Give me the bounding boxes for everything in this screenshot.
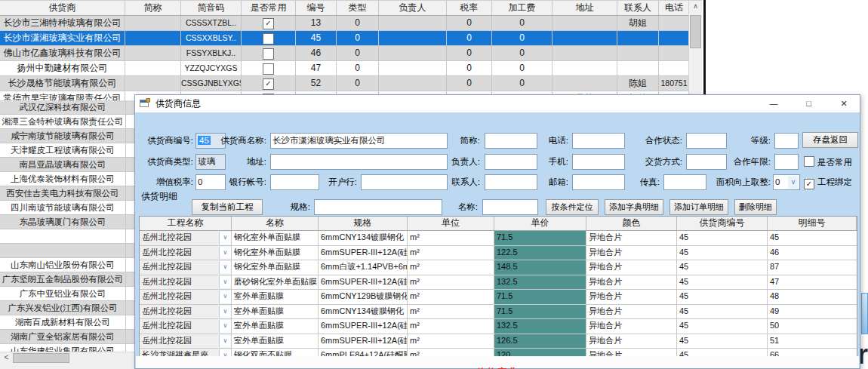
column-header-addr[interactable]: 地址 [553, 1, 617, 15]
detail-color-cell[interactable]: 异地合片 [586, 319, 677, 334]
detail-name-cell[interactable]: 室外单面贴膜 [232, 305, 319, 319]
supplier-row[interactable]: 佛山市亿鑫玻璃科技有限公司 FSSYXBLKJ.. 46 0 0 0 [0, 46, 702, 61]
project-bind-checkbox[interactable]: ✓工程绑定 [804, 177, 852, 189]
supplier-list-item[interactable] [0, 244, 134, 258]
name-filter-input[interactable] [482, 199, 538, 215]
detail-price-cell[interactable]: 71.5 [494, 290, 586, 304]
supplier-list-item[interactable]: 天津耀皮工程玻璃有限公司 [0, 143, 134, 158]
detail-color-cell[interactable]: 异地合片 [586, 275, 677, 290]
column-header-color[interactable]: 颜色 [586, 217, 677, 230]
column-header-contact[interactable]: 联系人 [617, 1, 659, 15]
detail-unit-cell[interactable]: m² [408, 305, 494, 319]
column-header-name[interactable]: 名称 [232, 217, 319, 230]
detail-spec-cell[interactable]: 6mm白玻+1.14PVB+6mm... [319, 260, 408, 275]
address-input[interactable] [270, 154, 448, 170]
detail-supplier-no-cell[interactable]: 45 [677, 246, 768, 260]
scroll-up-icon[interactable]: ∧ [689, 1, 702, 14]
locate-button[interactable]: 按条件定位 [546, 199, 599, 215]
column-header-supplier[interactable]: 供货商 [0, 1, 125, 15]
detail-unit-cell[interactable]: m² [408, 319, 494, 334]
detail-supplier-no-cell[interactable]: 45 [677, 260, 768, 275]
dialog-titlebar[interactable]: 供货商信息 — □ ✕ [135, 95, 860, 113]
phone-input[interactable] [572, 133, 625, 149]
detail-unit-cell[interactable]: m² [408, 260, 494, 275]
save-return-button[interactable]: 存盘返回 [802, 132, 858, 148]
detail-color-cell[interactable]: 异地合片 [586, 231, 677, 245]
detail-name-cell[interactable]: 室外单面贴膜 [232, 319, 319, 334]
price-dictionary-label[interactable]: 价格字典 [476, 366, 519, 369]
project-combo[interactable]: 岳州北控花园∨ [140, 334, 232, 349]
project-combo[interactable]: 岳州北控花园∨ [140, 290, 232, 304]
detail-price-cell[interactable]: 122.5 [494, 246, 586, 260]
project-combo[interactable]: 岳州北控花园∨ [140, 275, 232, 290]
detail-supplier-no-cell[interactable]: 45 [677, 305, 768, 319]
column-header-supplier-no[interactable]: 供货商编号 [677, 217, 768, 230]
coop-years-input[interactable] [774, 154, 799, 170]
supplier-list-item[interactable]: 四川南玻节能玻璃有限公司 [0, 201, 134, 215]
detail-spec-cell[interactable]: 6mmSUPER-III+12A(硅... [319, 246, 408, 260]
common-checkbox[interactable] [263, 63, 274, 75]
detail-price-cell[interactable]: 132.5 [494, 319, 586, 334]
area-roundup-combo[interactable]: 0∨ [773, 174, 800, 190]
common-checkbox[interactable] [263, 33, 274, 45]
scrollbar-thumb[interactable] [690, 15, 701, 48]
detail-name-cell[interactable]: 钢化室外单面贴膜 [232, 231, 319, 245]
chevron-down-icon[interactable]: ∨ [788, 176, 799, 189]
copy-project-button[interactable]: 复制当前工程 [192, 199, 263, 215]
detail-name-cell[interactable]: 室外单面贴膜 [232, 290, 319, 304]
detail-spec-cell[interactable]: 6mmSUPER-III+12A(硅... [319, 275, 408, 290]
detail-color-cell[interactable]: 异地合片 [586, 290, 677, 304]
detail-price-cell[interactable]: 71.5 [494, 231, 586, 245]
column-header-detail-no[interactable]: 明细号 [768, 217, 857, 230]
project-combo[interactable]: 岳州北控花园∨ [140, 246, 232, 260]
detail-name-cell[interactable]: 室外单面贴膜 [232, 334, 319, 349]
detail-spec-cell[interactable]: 6mmSUPER-III+12A(硅... [319, 319, 408, 334]
supplier-list-item[interactable]: 咸宁南玻节能玻璃有限公司 [0, 129, 134, 143]
detail-price-cell[interactable]: 71.5 [494, 305, 586, 319]
detail-no-cell[interactable]: 50 [768, 319, 857, 334]
bank-account-input[interactable] [270, 174, 319, 190]
scroll-left-icon[interactable]: < [0, 352, 13, 364]
detail-name-cell[interactable]: 磨砂钢化室外单面贴膜 [232, 275, 319, 290]
detail-supplier-no-cell[interactable]: 45 [677, 290, 768, 304]
detail-no-cell[interactable]: 48 [768, 290, 857, 304]
supplier-list-item[interactable] [0, 229, 134, 244]
column-header-manager[interactable]: 负责人 [379, 1, 447, 15]
detail-supplier-no-cell[interactable]: 45 [677, 231, 768, 245]
supplier-list-item[interactable]: 湖南百成新材料有限公司 [0, 315, 134, 330]
detail-unit-cell[interactable]: m² [408, 334, 494, 349]
detail-name-cell[interactable]: 钢化室外单面贴膜 [232, 246, 319, 260]
vertical-scrollbar[interactable]: ∧ [688, 1, 702, 101]
detail-spec-cell[interactable]: 6mmCNY129B镀膜钢化 [319, 290, 408, 304]
column-header-type[interactable]: 类型 [337, 1, 379, 15]
column-header-code[interactable]: 简音码 [181, 1, 242, 15]
detail-spec-cell[interactable]: 6mmCNY134镀膜钢化 [319, 231, 408, 245]
detail-supplier-no-cell[interactable]: 45 [677, 275, 768, 290]
common-checkbox[interactable]: ✓ [263, 78, 274, 90]
is-common-checkbox[interactable]: 是否常用 [804, 156, 852, 168]
spec-filter-input[interactable] [314, 199, 442, 215]
detail-no-cell[interactable]: 51 [768, 334, 857, 349]
detail-color-cell[interactable]: 异地合片 [586, 246, 677, 260]
supplier-list-item[interactable]: 广东中亚铝业有限公司 [0, 287, 134, 301]
project-combo[interactable]: 岳州北控花园∨ [140, 231, 232, 245]
supplier-list-item[interactable]: 武汉亿深科技有限公司 [0, 100, 134, 115]
supplier-row[interactable]: 长沙晟格节能玻璃有限公司 CSSGJNBLYXGS ✓ 52 0 0 0 陈姐 … [0, 76, 702, 91]
column-header-rate[interactable]: 税率 [447, 1, 492, 15]
detail-supplier-no-cell[interactable]: 45 [677, 334, 768, 349]
detail-unit-cell[interactable]: m² [408, 290, 494, 304]
detail-no-cell[interactable]: 47 [768, 275, 857, 290]
common-checkbox[interactable] [263, 48, 274, 60]
add-dict-detail-button[interactable]: 添加字典明细 [605, 199, 663, 215]
detail-spec-cell[interactable]: 6mmCNY134镀膜钢化 [319, 305, 408, 319]
detail-price-cell[interactable]: 126.5 [494, 334, 586, 349]
detail-color-cell[interactable]: 异地合片 [586, 334, 677, 349]
supplier-row[interactable]: 长沙市三湘特种玻璃有限公司 CSSSXTZBL.. ✓ 13 0 0 0 胡姐 [0, 16, 702, 31]
column-header-no[interactable]: 编号 [296, 1, 337, 15]
project-combo[interactable]: 岳州北控花园∨ [140, 260, 232, 275]
grade-input[interactable] [774, 133, 799, 149]
mobile-input[interactable] [572, 154, 625, 170]
supplier-list-item[interactable]: 湖南广亚全铝家居有限公司 [0, 330, 134, 344]
column-header-price[interactable]: 单价 [494, 217, 586, 230]
supplier-list-item[interactable]: 广东坚朗五金制品股份有限公司 [0, 272, 134, 287]
